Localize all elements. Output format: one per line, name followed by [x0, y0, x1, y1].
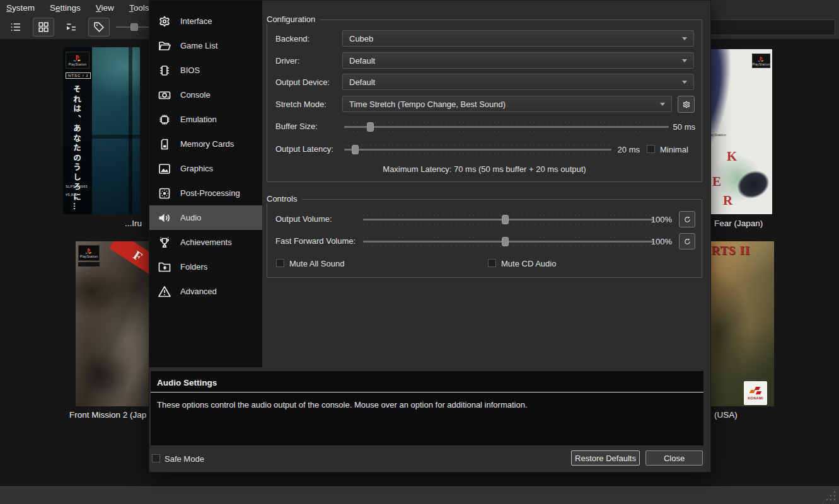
- settings-dialog: Interface Game List BIOS Console Emulati…: [149, 0, 711, 472]
- sidebar-item-graphics[interactable]: Graphics: [149, 156, 262, 181]
- grid-view-button[interactable]: [33, 18, 54, 37]
- output-volume-slider[interactable]: [363, 214, 653, 224]
- slider-track: [344, 149, 611, 151]
- minimal-latency-checkbox[interactable]: [647, 145, 655, 153]
- sidebar-item-bios[interactable]: BIOS: [149, 58, 262, 83]
- sidebar-item-emulation[interactable]: Emulation: [149, 107, 262, 132]
- divider: [151, 392, 703, 392]
- tag-icon: [92, 20, 106, 34]
- output-device-select[interactable]: Default: [342, 74, 694, 90]
- slider-thumb[interactable]: [502, 237, 509, 246]
- sidebar-item-post-processing[interactable]: Post-Processing: [149, 181, 262, 205]
- list-view-icon: [9, 20, 23, 34]
- resume-last-button[interactable]: [61, 18, 82, 37]
- help-description: These options control the audio output o…: [157, 400, 695, 410]
- mute-cd-audio-checkbox[interactable]: [488, 259, 496, 267]
- playstation-logo: PlayStation: [66, 52, 90, 69]
- status-bar: [0, 486, 839, 504]
- gear-icon: [681, 100, 691, 110]
- chevron-down-icon: [682, 81, 687, 84]
- sidebar-item-audio[interactable]: Audio: [149, 205, 262, 230]
- safe-mode-checkbox[interactable]: [152, 454, 160, 462]
- sidebar-item-console[interactable]: Console: [149, 83, 262, 107]
- output-latency-value: 20 ms: [615, 145, 640, 154]
- settings-sidebar: Interface Game List BIOS Console Emulati…: [149, 1, 262, 367]
- ntsc-badge: NTSC / J: [66, 72, 91, 79]
- group-title: Controls: [267, 194, 302, 203]
- sidebar-item-folders[interactable]: Folders: [149, 255, 262, 279]
- toolbar: [0, 16, 169, 38]
- restore-defaults-button[interactable]: Restore Defaults: [571, 450, 640, 466]
- sidebar-item-advanced[interactable]: Advanced: [149, 279, 262, 304]
- console-icon: [157, 88, 172, 103]
- mute-all-sound-checkbox[interactable]: [276, 259, 284, 267]
- backend-label: Backend:: [275, 34, 310, 43]
- sidebar-item-memory-cards[interactable]: Memory Cards: [149, 132, 262, 156]
- playstation-logo: PlayStation: [78, 245, 100, 261]
- folder-gear-icon: [157, 260, 172, 275]
- menu-settings[interactable]: Settings: [50, 3, 81, 13]
- folder-open-icon: [157, 38, 172, 54]
- tag-filter-button[interactable]: [88, 18, 110, 37]
- minimal-latency-label: Minimal: [660, 145, 688, 154]
- mute-cd-audio-label: Mute CD Audio: [501, 259, 556, 268]
- max-latency-text: Maximum Latency: 70 ms (50 ms buffer + 2…: [267, 164, 702, 174]
- trophy-icon: [157, 235, 172, 250]
- konami-logo: KONAMI: [744, 381, 767, 405]
- chevron-down-icon: [682, 59, 687, 62]
- sidebar-item-interface[interactable]: Interface: [149, 9, 262, 33]
- sidebar-item-achievements[interactable]: Achievements: [149, 230, 262, 255]
- buffer-size-value: 50 ms: [670, 122, 695, 132]
- menu-view[interactable]: View: [96, 3, 114, 13]
- sidebar-item-game-list[interactable]: Game List: [149, 33, 262, 58]
- fast-forward-volume-reset-button[interactable]: [679, 233, 695, 249]
- slider-thumb[interactable]: [502, 215, 509, 224]
- slider-thumb[interactable]: [367, 122, 374, 132]
- menu-system[interactable]: System: [6, 3, 35, 13]
- slider-track: [344, 126, 669, 128]
- game-caption: Front Mission 2 (Jap: [69, 410, 146, 420]
- game-caption: Fear (Japan): [714, 219, 763, 228]
- gear-icon: [157, 14, 172, 29]
- output-volume-value: 100%: [634, 215, 672, 224]
- output-volume-reset-button[interactable]: [679, 211, 695, 227]
- cover-banner: F: [109, 241, 150, 279]
- output-device-label: Output Device:: [275, 77, 330, 87]
- buffer-size-label: Buffer Size:: [275, 122, 318, 131]
- output-latency-slider[interactable]: [344, 144, 611, 154]
- resume-list-icon: [64, 20, 78, 34]
- resize-grip[interactable]: [825, 490, 837, 502]
- brightness-icon: [157, 186, 172, 201]
- safe-mode-label: Safe Mode: [165, 454, 204, 464]
- slider-thumb[interactable]: [130, 23, 138, 31]
- game-cover-front-mission-2[interactable]: F PlayStation: [76, 241, 150, 406]
- memory-card-icon: [157, 137, 172, 152]
- backend-select[interactable]: Cubeb: [342, 30, 694, 47]
- cpu-icon: [157, 112, 172, 127]
- chip-icon: [157, 63, 172, 78]
- menu-tools[interactable]: Tools: [129, 3, 149, 13]
- mute-all-sound-label: Mute All Sound: [289, 259, 344, 268]
- list-view-button[interactable]: [5, 18, 26, 37]
- playstation-logo: PlayStation: [752, 54, 770, 68]
- buffer-size-slider[interactable]: [344, 122, 669, 132]
- stretch-settings-button[interactable]: [678, 96, 695, 113]
- game-caption: (USA): [714, 410, 738, 420]
- game-cover-sore-wa[interactable]: PlayStation NTSC / J それは、あなたのうしろに… SLPS …: [63, 47, 140, 214]
- menu-bar: System Settings View Tools: [0, 0, 149, 16]
- close-button[interactable]: Close: [645, 450, 703, 466]
- help-title: Audio Settings: [157, 378, 217, 387]
- fast-forward-volume-slider[interactable]: [363, 236, 653, 246]
- reset-icon: [683, 215, 692, 224]
- slider-thumb[interactable]: [352, 145, 359, 154]
- reset-icon: [683, 237, 692, 246]
- output-latency-label: Output Latency:: [275, 144, 333, 154]
- driver-select[interactable]: Default: [342, 52, 694, 69]
- help-panel: Audio Settings These options control the…: [151, 371, 703, 445]
- output-volume-label: Output Volume:: [275, 214, 332, 224]
- image-icon: [157, 161, 172, 176]
- stretch-mode-select[interactable]: Time Stretch (Tempo Change, Best Sound): [342, 96, 672, 112]
- driver-label: Driver:: [275, 56, 299, 66]
- duckstation-window: System Settings View Tools: [0, 0, 839, 504]
- group-title: Configuration: [267, 14, 320, 24]
